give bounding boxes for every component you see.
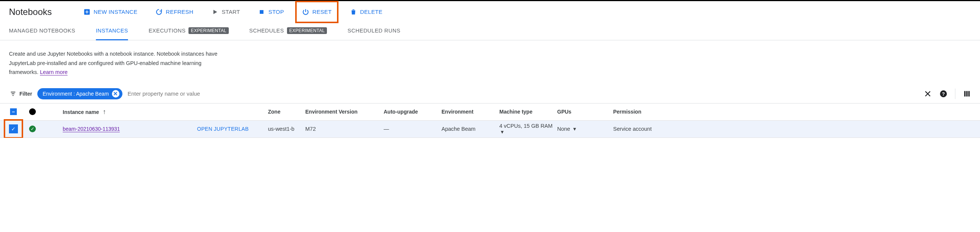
tab-executions[interactable]: EXECUTIONS EXPERIMENTAL [148,22,229,40]
svg-rect-5 [966,91,968,97]
experimental-badge: EXPERIMENTAL [188,27,228,34]
select-all-checkbox[interactable]: – [10,108,17,115]
cell-zone: us-west1-b [268,126,305,132]
col-gpus[interactable]: GPUs [557,109,613,115]
row-checkbox[interactable]: ✓ [9,125,18,133]
dropdown-icon[interactable]: ▾ [501,129,504,135]
status-header-icon [29,108,36,115]
tab-managed-notebooks[interactable]: MANAGED NOTEBOOKS [9,22,75,40]
start-button[interactable]: START [210,6,242,18]
refresh-button[interactable]: REFRESH [154,6,195,18]
toolbar: Notebooks NEW INSTANCE REFRESH START STO… [0,0,980,22]
clear-filter-icon[interactable] [924,90,932,98]
intro-text: Create and use Jupyter Notebooks with a … [0,40,239,85]
page-title: Notebooks [9,7,52,17]
dropdown-icon[interactable]: ▾ [573,126,576,132]
cell-gpus[interactable]: None ▾ [557,126,613,132]
cell-env-version: M72 [305,126,383,132]
table-row[interactable]: ✓ ✓ beam-20210630-113931 OPEN JUPYTERLAB… [0,121,980,138]
col-instance-name[interactable]: Instance name [63,109,99,115]
plus-box-icon [83,8,91,16]
cell-auto-upgrade: — [383,126,441,132]
col-zone[interactable]: Zone [268,109,305,115]
tab-scheduled-runs[interactable]: SCHEDULED RUNS [347,22,401,40]
cell-permission: Service account [613,126,669,132]
open-jupyterlab-link[interactable]: OPEN JUPYTERLAB [197,126,248,132]
filter-bar: Filter Environment : Apache Beam ✕ ? [0,85,980,103]
svg-rect-4 [964,91,966,97]
new-instance-button[interactable]: NEW INSTANCE [82,6,139,18]
reset-button[interactable]: RESET [301,6,333,18]
filter-input[interactable] [127,90,918,97]
tab-schedules[interactable]: SCHEDULES EXPERIMENTAL [249,22,327,40]
refresh-icon [155,8,163,16]
col-machine-type[interactable]: Machine type [500,109,557,115]
cell-environment: Apache Beam [441,126,500,132]
filter-icon [9,90,17,98]
learn-more-link[interactable]: Learn more [40,69,68,75]
instances-table: – Instance name ↑ Zone Environment Versi… [0,103,980,138]
col-auto-upgrade[interactable]: Auto-upgrade [383,109,441,115]
cell-machine-type[interactable]: 4 vCPUs, 15 GB RAM ▾ [500,123,557,135]
play-icon [211,8,219,16]
col-environment[interactable]: Environment [441,109,500,115]
filter-label: Filter [9,90,32,98]
chip-clear-icon[interactable]: ✕ [112,90,119,98]
svg-rect-1 [260,10,264,14]
table-header-row: – Instance name ↑ Zone Environment Versi… [0,104,980,121]
column-settings-icon[interactable] [963,90,971,98]
svg-text:?: ? [942,91,945,97]
filter-chip-environment[interactable]: Environment : Apache Beam ✕ [37,88,122,99]
col-env-version[interactable]: Environment Version [305,109,383,115]
trash-icon [350,8,357,16]
tab-instances[interactable]: INSTANCES [96,22,128,40]
tab-bar: MANAGED NOTEBOOKS INSTANCES EXECUTIONS E… [0,22,980,40]
col-permission[interactable]: Permission [613,109,669,115]
power-icon [302,8,309,16]
separator [955,88,955,99]
delete-button[interactable]: DELETE [348,6,384,18]
status-running-icon: ✓ [29,126,36,132]
stop-icon [258,8,265,16]
experimental-badge: EXPERIMENTAL [287,27,327,34]
instance-name-link[interactable]: beam-20210630-113931 [63,126,120,132]
sort-asc-icon[interactable]: ↑ [103,108,106,116]
help-icon[interactable]: ? [939,90,948,98]
stop-button[interactable]: STOP [256,6,285,18]
svg-rect-6 [969,91,970,97]
